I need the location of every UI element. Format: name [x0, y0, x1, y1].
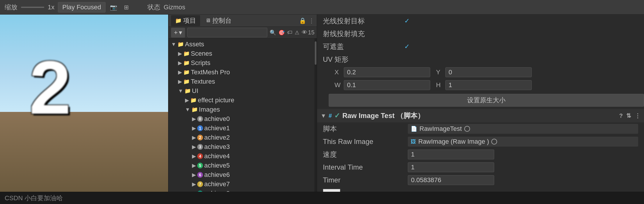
uv-h-input[interactable]	[445, 80, 532, 90]
raw-image-icon: 🖼	[411, 139, 416, 145]
timer-input[interactable]	[408, 175, 494, 185]
scenes-folder-icon: 📁	[183, 50, 190, 57]
plus-icon: +	[174, 29, 178, 36]
assets-arrow: ▼	[171, 41, 176, 48]
raw-image-select-circle[interactable]	[491, 139, 497, 145]
tree-item-achieve0[interactable]: ▶ 0 achieve0	[169, 114, 314, 124]
tree-item-achieve6[interactable]: ▶ 6 achieve6	[169, 170, 314, 180]
tree-item-achieve8[interactable]: ▶ 8 achieve8	[169, 189, 314, 192]
scripts-label: Scripts	[191, 59, 210, 67]
console-tab-icon: 🖥	[205, 17, 211, 24]
tree-scroll-wrap: ▼ 📁 Assets ▶ 📁 Scenes ▶ 📁 Scripts	[169, 38, 317, 192]
uv-y-label: Y	[436, 68, 443, 76]
achieve6-badge: 6	[197, 172, 203, 178]
set-native-size-btn[interactable]: 设置原生大小	[329, 94, 644, 107]
interval-row: Interval Time	[317, 161, 644, 174]
tree-item-achieve3[interactable]: ▶ 3 achieve3	[169, 142, 314, 152]
search-icon[interactable]: 🔍	[270, 28, 276, 37]
tree-content: ▼ 📁 Assets ▶ 📁 Scenes ▶ 📁 Scripts	[169, 38, 314, 192]
uv-w-input[interactable]	[344, 80, 430, 90]
search-input[interactable]	[187, 28, 267, 37]
script-select-circle[interactable]	[464, 126, 470, 132]
lock-icon[interactable]: 🔒	[299, 17, 306, 24]
more-icon[interactable]: ⋮	[309, 17, 314, 24]
material-thumbnail	[323, 189, 340, 192]
tree-item-ui[interactable]: ▼ 📁 UI	[169, 86, 314, 96]
grid-icon[interactable]: ⊞	[122, 3, 131, 12]
tree-item-effect[interactable]: ▶ 📁 effect picture	[169, 96, 314, 105]
set-native-size-container: 设置原生大小	[317, 92, 644, 109]
component-more-icon[interactable]: ⋮	[635, 112, 641, 119]
tree-item-achieve7[interactable]: ▶ 7 achieve7	[169, 180, 314, 189]
zoom-slider[interactable]	[21, 7, 44, 8]
add-button[interactable]: + ▾	[171, 28, 185, 38]
tree-item-scenes[interactable]: ▶ 📁 Scenes	[169, 49, 314, 58]
uv-x-input[interactable]	[344, 67, 430, 77]
state-icon[interactable]	[135, 3, 144, 12]
warning-icon[interactable]: ⚠	[295, 28, 299, 37]
uv-h-pair: H	[436, 80, 532, 90]
component-actions: ? ⇅ ⋮	[619, 112, 641, 119]
scene-ground	[0, 112, 169, 192]
images-folder-icon: 📁	[191, 106, 198, 113]
zoom-value: 1x	[48, 3, 54, 11]
tree-item-images[interactable]: ▼ 📁 Images	[169, 105, 314, 114]
achieve0-arrow: ▶	[192, 116, 196, 122]
uv-y-input[interactable]	[445, 67, 532, 77]
achieve0-label: achieve0	[204, 115, 230, 123]
panel-tabs: 📁 项目 🖥 控制台 🔒 ⋮	[169, 15, 317, 27]
gizmos-label: Gizmos	[164, 3, 186, 11]
tree-item-achieve1[interactable]: ▶ 1 achieve1	[169, 124, 314, 133]
tree-scroll-thumb[interactable]	[315, 41, 316, 65]
tree-item-achieve2[interactable]: ▶ 2 achieve2	[169, 133, 314, 142]
speed-input[interactable]	[408, 150, 494, 159]
tree-item-textures[interactable]: ▶ 📁 Textures	[169, 77, 314, 86]
label-icon[interactable]: 🏷	[287, 28, 292, 37]
textures-label: Textures	[191, 78, 215, 85]
play-mode-btn[interactable]: Play Focused	[58, 2, 105, 13]
tree-item-assets[interactable]: ▼ 📁 Assets	[169, 40, 314, 49]
achieve5-arrow: ▶	[192, 162, 196, 169]
component-check[interactable]: ✓	[334, 112, 340, 120]
achieve0-badge: 0	[197, 116, 203, 122]
component-settings-icon[interactable]: ⇅	[626, 112, 631, 119]
scenes-label: Scenes	[191, 50, 212, 57]
uv-h-label: H	[436, 81, 443, 89]
tree-item-textmesh[interactable]: ▶ 📁 TextMesh Pro	[169, 68, 314, 77]
raycast-target-check[interactable]: ✓	[404, 17, 410, 25]
speed-row: 速度	[317, 148, 644, 161]
tree-item-scripts[interactable]: ▶ 📁 Scripts	[169, 58, 314, 68]
uv-rect-row: UV 矩形	[317, 53, 644, 66]
tree-item-achieve4[interactable]: ▶ 4 achieve4	[169, 152, 314, 161]
script-row: 脚本 📄 RawImageTest	[317, 122, 644, 135]
tab-console-label: 控制台	[212, 16, 232, 25]
camera-icon[interactable]: 📷	[109, 3, 118, 12]
raycast-padding-row: 射线投射填充	[317, 27, 644, 40]
tree-scrollbar[interactable]	[314, 38, 317, 192]
middle-panel: 📁 项目 🖥 控制台 🔒 ⋮ + ▾ 🔍 🎯 🏷 ⚠ �	[169, 15, 317, 192]
textures-folder-icon: 📁	[183, 78, 190, 85]
tree-item-achieve5[interactable]: ▶ 5 achieve5	[169, 161, 314, 170]
textmesh-arrow: ▶	[178, 69, 182, 75]
this-raw-image-value: RawImage (Raw Image )	[418, 138, 489, 145]
maskable-check[interactable]: ✓	[404, 43, 410, 50]
help-icon[interactable]: ?	[619, 112, 623, 119]
speed-label: 速度	[323, 150, 404, 159]
achieve4-arrow: ▶	[192, 153, 196, 159]
bottom-bar: CSDN 小白要加油哈	[0, 192, 644, 204]
maskable-label: 可遮盖	[323, 42, 404, 51]
filter-icon[interactable]: 🎯	[278, 28, 285, 37]
ui-label: UI	[192, 87, 198, 95]
achieve2-label: achieve2	[204, 134, 230, 141]
raycast-target-label: 光线投射目标	[323, 16, 404, 26]
bottom-bar-text: CSDN 小白要加油哈	[5, 194, 63, 203]
achieve7-arrow: ▶	[192, 181, 196, 187]
tab-console[interactable]: 🖥 控制台	[201, 15, 236, 26]
tab-project[interactable]: 📁 项目	[171, 15, 200, 26]
component-arrow[interactable]: ▼	[321, 112, 326, 119]
top-toolbar: 缩放 1x Play Focused 📷 ⊞ 状态 Gizmos	[0, 0, 644, 15]
raycast-padding-label: 射线投射填充	[323, 29, 404, 38]
interval-input[interactable]	[408, 162, 494, 172]
state-label: 状态	[147, 3, 160, 12]
achieve2-arrow: ▶	[192, 134, 196, 141]
